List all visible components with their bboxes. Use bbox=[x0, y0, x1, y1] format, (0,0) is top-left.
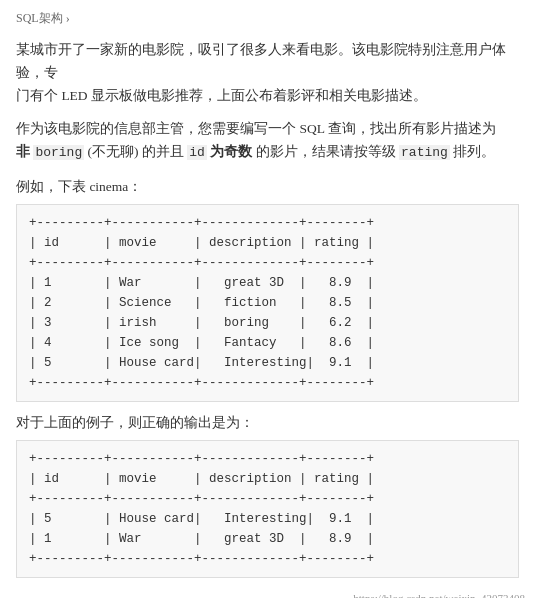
mid-text: 的并且 bbox=[142, 144, 184, 159]
breadcrumb-text: SQL架构 bbox=[16, 11, 63, 25]
suffix-text: 的影片，结果请按等级 bbox=[256, 144, 396, 159]
desc-non: 非 bbox=[16, 144, 30, 159]
rating-code: rating bbox=[399, 145, 450, 160]
description-paragraph2: 作为该电影院的信息部主管，您需要编写一个 SQL 查询，找出所有影片描述为 非 … bbox=[16, 118, 519, 164]
desc-line1: 某城市开了一家新的电影院，吸引了很多人来看电影。该电影院特别注意用户体验，专 bbox=[16, 42, 506, 80]
paren: (不无聊) bbox=[88, 144, 139, 159]
end-text: 排列。 bbox=[453, 144, 495, 159]
output-table: +---------+-----------+-------------+---… bbox=[16, 440, 519, 578]
breadcrumb: SQL架构 › bbox=[16, 10, 519, 27]
example-label: 例如，下表 cinema： bbox=[16, 178, 519, 196]
desc-line2: 门有个 LED 显示板做电影推荐，上面公布着影评和相关电影描述。 bbox=[16, 88, 427, 103]
cinema-table: +---------+-----------+-------------+---… bbox=[16, 204, 519, 402]
id-code: id bbox=[187, 145, 207, 160]
boring-code: boring bbox=[33, 145, 84, 160]
odd-text: 为奇数 bbox=[210, 144, 252, 159]
description-paragraph1: 某城市开了一家新的电影院，吸引了很多人来看电影。该电影院特别注意用户体验，专 门… bbox=[16, 39, 519, 108]
breadcrumb-arrow: › bbox=[66, 11, 70, 25]
footer-link[interactable]: https://blog.csdn.net/weixin_42073408 bbox=[353, 592, 525, 598]
desc-line3: 作为该电影院的信息部主管，您需要编写一个 SQL 查询，找出所有影片描述为 bbox=[16, 121, 496, 136]
output-label: 对于上面的例子，则正确的输出是为： bbox=[16, 414, 519, 432]
